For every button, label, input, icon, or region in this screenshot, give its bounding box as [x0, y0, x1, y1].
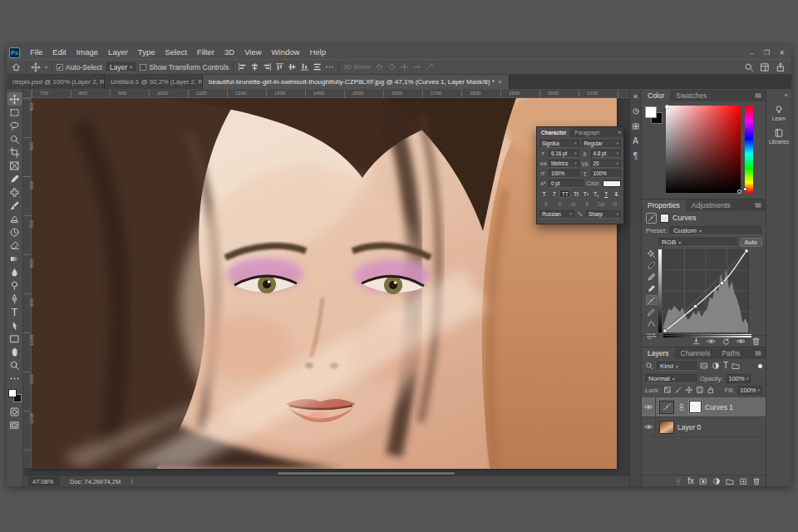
blend-mode-select[interactable]: Normal ▾ — [645, 374, 697, 383]
auto-button[interactable]: Auto — [740, 238, 762, 247]
search-icon[interactable] — [744, 62, 754, 72]
home-icon[interactable] — [11, 62, 22, 72]
targeted-adjustment-tool[interactable] — [646, 249, 658, 259]
panel-menu-icon[interactable] — [754, 90, 766, 101]
fill-field[interactable]: 100% ▾ — [737, 386, 762, 395]
add-mask-button[interactable] — [699, 477, 707, 485]
tool-history-brush[interactable] — [7, 225, 22, 239]
type-style-button-3[interactable]: Tt — [571, 190, 580, 198]
lock-position-icon[interactable] — [685, 386, 693, 394]
tab-layers[interactable]: Layers — [642, 347, 675, 359]
menu-help[interactable]: Help — [304, 46, 331, 59]
tool-frame[interactable] — [7, 159, 22, 172]
black-point-eyedropper[interactable] — [646, 260, 658, 270]
type-style-button-7[interactable]: T — [612, 190, 621, 198]
channel-select[interactable]: RGB ▾ — [658, 238, 736, 247]
delete-layer-button[interactable] — [752, 477, 761, 485]
dock-item-learn[interactable]: Learn — [766, 101, 791, 125]
previous-state-button[interactable] — [707, 337, 716, 346]
foreground-background-swatches[interactable] — [645, 106, 663, 125]
smooth-curve-button[interactable] — [646, 318, 658, 328]
ligature-button-1[interactable]: ő — [554, 200, 567, 209]
tool-eraser[interactable] — [7, 239, 22, 252]
type-style-button-1[interactable]: T — [549, 190, 559, 198]
curve-point-tool[interactable] — [646, 295, 658, 305]
vertical-ruler[interactable]: 400500600700800900100011001200 — [23, 98, 32, 468]
new-group-button[interactable] — [726, 477, 734, 485]
filter-pixel-layers-icon[interactable] — [700, 362, 708, 370]
menu-image[interactable]: Image — [71, 46, 103, 59]
menu-file[interactable]: File — [25, 46, 47, 59]
tool-crop[interactable] — [7, 145, 22, 159]
tab-properties[interactable]: Properties — [642, 200, 686, 211]
tool-screen-mode[interactable] — [7, 418, 22, 431]
tab-swatches[interactable]: Swatches — [670, 90, 712, 101]
tab-paragraph[interactable]: Paragraph — [570, 127, 603, 137]
type-style-button-4[interactable]: T¹ — [582, 190, 591, 198]
preset-select[interactable]: Custom ▾ — [670, 226, 761, 235]
link-layers-button[interactable] — [674, 477, 682, 485]
layer-name[interactable]: Layer 0 — [677, 423, 701, 431]
font-style-select[interactable]: Regular▾ — [582, 140, 622, 148]
foreground-color-swatch[interactable] — [645, 106, 657, 118]
curves-graph[interactable] — [658, 249, 751, 337]
tab-close-icon[interactable]: ✕ — [498, 79, 503, 86]
layer-scope-select[interactable]: Layer ▾ — [106, 62, 135, 72]
align-icon-alL[interactable] — [238, 62, 247, 71]
menu-view[interactable]: View — [239, 46, 266, 59]
tool-move[interactable] — [7, 92, 22, 106]
lock-artboard-icon[interactable] — [696, 386, 704, 394]
tool-gradient[interactable] — [7, 252, 22, 265]
hue-slider[interactable] — [745, 106, 753, 193]
align-icon-alB[interactable] — [300, 62, 309, 71]
language-select[interactable]: Russian▾ — [539, 210, 574, 219]
menu-edit[interactable]: Edit — [47, 46, 71, 59]
collapse-panels-chevron[interactable]: « — [766, 91, 791, 101]
align-icon-alR[interactable] — [263, 62, 272, 71]
tool-clone-stamp[interactable] — [7, 212, 22, 225]
delete-adjustment-button[interactable] — [751, 337, 761, 346]
layer-mask-thumbnail[interactable] — [689, 401, 702, 413]
restore-button[interactable]: ❐ — [761, 49, 773, 57]
close-button[interactable]: ✕ — [776, 49, 788, 57]
minimize-button[interactable]: – — [746, 49, 758, 57]
layer-visibility-cell[interactable] — [642, 397, 656, 416]
status-options-chevron[interactable]: ⟩ — [131, 478, 133, 485]
tab-paths[interactable]: Paths — [716, 347, 746, 359]
collapsed-history-icon[interactable] — [631, 106, 641, 116]
lock-image-pixels-icon[interactable] — [674, 386, 682, 394]
tool-brush[interactable] — [7, 199, 22, 212]
layer-row-curves-1[interactable]: Curves 1 — [642, 397, 766, 417]
new-adjustment-button[interactable] — [712, 477, 721, 485]
white-point-eyedropper[interactable] — [646, 283, 658, 293]
tool-quick-select[interactable] — [7, 132, 22, 145]
kerning-field[interactable]: Metrics▾ — [549, 160, 579, 168]
foreground-color-swatch[interactable] — [8, 389, 17, 397]
layer-name[interactable]: Curves 1 — [705, 403, 733, 411]
document-tab-3[interactable]: beautiful-brunette-girl-in-swimsuit-thou… — [203, 75, 510, 89]
tool-pen[interactable] — [7, 292, 22, 305]
tool-spot-healing[interactable] — [7, 185, 22, 199]
menu-select[interactable]: Select — [160, 46, 191, 59]
align-icon-alT[interactable] — [275, 62, 284, 71]
panel-menu-icon[interactable] — [754, 347, 766, 359]
zoom-level-field[interactable]: 47.08% — [28, 477, 60, 485]
filter-adjustment-layers-icon[interactable] — [712, 362, 720, 370]
document-image[interactable] — [30, 98, 617, 469]
collapsed-swatches-mini-icon[interactable] — [631, 121, 641, 131]
font-family-select[interactable]: Signika▾ — [539, 140, 579, 148]
anti-alias-select[interactable]: Sharp▾ — [586, 210, 621, 219]
ligature-button-2[interactable]: st — [567, 200, 580, 209]
tool-lasso[interactable] — [7, 119, 22, 132]
filter-group-layers-icon[interactable] — [732, 362, 740, 370]
more-options-icon[interactable] — [325, 62, 334, 71]
lock-transparent-pixels-icon[interactable] — [663, 386, 672, 394]
share-icon[interactable] — [776, 62, 786, 72]
font-size-field[interactable]: 6.16 pt▾ — [549, 150, 579, 158]
auto-select-checkbox[interactable]: ✓ Auto-Select — [57, 63, 102, 71]
tool-quick-mask[interactable] — [7, 405, 22, 418]
layer-thumbnail[interactable] — [659, 421, 674, 434]
tab-channels[interactable]: Channels — [675, 347, 717, 359]
home-icon[interactable] — [11, 62, 22, 72]
tool-dodge[interactable] — [7, 278, 22, 292]
